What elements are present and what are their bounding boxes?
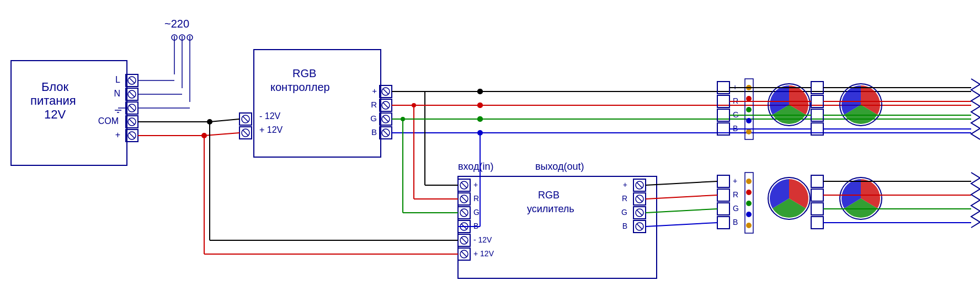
svg-point-159	[477, 89, 483, 94]
ctrl-out-B: B	[371, 127, 377, 137]
svg-point-72	[746, 118, 752, 123]
terminal-N: N	[114, 89, 120, 98]
svg-point-71	[746, 107, 752, 112]
amp-out-B: B	[622, 222, 627, 230]
svg-rect-0	[0, 0, 980, 291]
ac-voltage-label: ~220	[164, 18, 189, 30]
input-label: вход(in)	[458, 161, 493, 172]
rgb-controller-label2: контроллер	[270, 81, 330, 93]
output-label: выход(out)	[535, 161, 584, 172]
amp-in-G: G	[473, 208, 480, 217]
ctrl-plus-label: + 12V	[259, 125, 283, 134]
power-supply-voltage: 12V	[44, 107, 66, 121]
svg-point-138	[746, 223, 752, 228]
svg-point-137	[746, 212, 752, 217]
amp-out-G: G	[621, 208, 627, 217]
amp-out-R: R	[622, 194, 627, 203]
amp-label1: RGB	[538, 190, 560, 201]
svg-point-162	[477, 130, 483, 136]
amp-in-plus2: + 12V	[473, 249, 494, 258]
wiring-diagram: Блок питания 12V L N COM + ~220 RGB конт	[0, 0, 980, 291]
strip2-plus: +	[733, 176, 737, 185]
rgb-controller-label1: RGB	[292, 67, 316, 79]
amp-in-R: R	[473, 194, 479, 203]
ctrl-out-plus: +	[372, 86, 377, 95]
svg-point-160	[477, 103, 483, 108]
amp-in-plus: +	[473, 180, 478, 189]
terminal-COM: COM	[98, 116, 119, 126]
amp-in-minus: - 12V	[473, 235, 492, 244]
ctrl-out-R: R	[371, 100, 377, 109]
strip2-G: G	[733, 204, 739, 213]
svg-point-134	[746, 179, 752, 184]
svg-point-136	[746, 201, 752, 206]
svg-point-73	[746, 129, 752, 134]
ctrl-out-G: G	[370, 114, 377, 123]
strip2-B: B	[733, 218, 738, 227]
power-supply-label: Блок	[41, 80, 69, 94]
svg-point-135	[746, 190, 752, 195]
terminal-plus-ps: +	[115, 130, 120, 139]
svg-point-161	[477, 116, 483, 122]
strip2-R: R	[733, 190, 738, 199]
amp-out-plus: +	[623, 180, 627, 189]
power-supply-label2: питания	[30, 94, 76, 107]
amp-label2: усилитель	[527, 203, 574, 214]
svg-point-70	[746, 96, 752, 101]
ctrl-minus-label: - 12V	[259, 111, 281, 121]
terminal-L: L	[115, 75, 120, 84]
